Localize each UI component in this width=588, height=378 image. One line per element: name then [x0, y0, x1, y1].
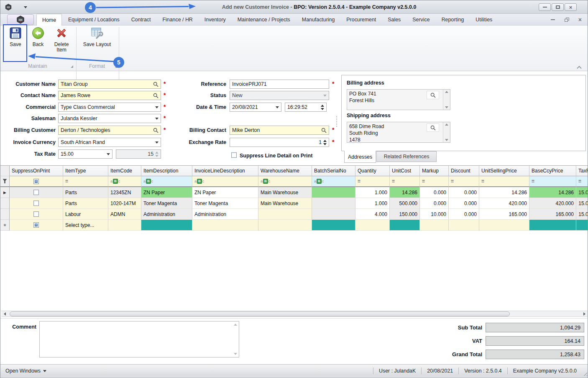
chevron-down-icon[interactable]: [107, 153, 110, 155]
resize-grip[interactable]: [582, 371, 587, 376]
grid-cell-batchserialno[interactable]: [312, 198, 355, 209]
commercial-dropdown[interactable]: Type Class Commercial: [58, 103, 161, 112]
spinner-icon[interactable]: [323, 140, 327, 145]
scrollbar-thumb[interactable]: [10, 311, 510, 316]
chevron-down-icon[interactable]: [155, 118, 159, 120]
tab-contract[interactable]: Contract: [126, 14, 156, 26]
billing-address-box[interactable]: PO Box 741 Forest Hills: [347, 89, 450, 110]
filter-cell-itemcode[interactable]: aBc: [108, 176, 141, 187]
grid-cell-quantity[interactable]: 4.000: [355, 209, 390, 220]
column-header-markup[interactable]: Markup: [420, 166, 449, 176]
open-windows-button[interactable]: Open Windows: [5, 365, 46, 377]
billing-address-search-button[interactable]: [427, 91, 439, 99]
tab-utilities[interactable]: Utilities: [470, 14, 498, 26]
splitter-handle[interactable]: [336, 116, 337, 127]
tab-inventory[interactable]: Inventory: [199, 14, 231, 26]
search-icon[interactable]: [321, 128, 327, 133]
application-menu-button[interactable]: [7, 14, 34, 25]
billing-address-scrollbar[interactable]: [443, 90, 450, 110]
grid-cell-unitcost[interactable]: 500.000: [390, 198, 420, 209]
invoice-currency-dropdown[interactable]: South African Rand: [58, 138, 161, 147]
filter-cell-itemdescription[interactable]: aBc: [141, 176, 192, 187]
grid-cell-batchserialno[interactable]: [312, 209, 355, 220]
grid-cell-itemdescription[interactable]: ZN Paper: [141, 187, 192, 198]
grid-cell-warehousename[interactable]: Main Warehouse: [258, 187, 312, 198]
grid-cell-suppressonprint[interactable]: [10, 209, 63, 220]
spinner-icon[interactable]: [321, 105, 324, 110]
search-icon[interactable]: [153, 93, 159, 98]
grid-cell-itemcode[interactable]: 1020-147M: [108, 198, 141, 209]
comment-textarea[interactable]: [39, 321, 239, 357]
tab-service[interactable]: Service: [407, 14, 435, 26]
grid-cell-suppressonprint[interactable]: [10, 198, 63, 209]
grid-cell-discount[interactable]: 0.000: [449, 209, 479, 220]
grid-cell-discount[interactable]: 0.000: [449, 187, 479, 198]
column-header-itemdescription[interactable]: ItemDescription: [141, 166, 192, 176]
grid-cell-itemtype[interactable]: Labour: [63, 209, 108, 220]
grid-cell-unitsellingprice[interactable]: [479, 220, 529, 231]
scroll-left-button[interactable]: [2, 311, 8, 316]
grid-cell-batchserialno[interactable]: [312, 187, 355, 198]
column-header-discount[interactable]: Discount: [449, 166, 479, 176]
tab-addresses[interactable]: Addresses: [344, 151, 376, 163]
column-header-suppressonprint[interactable]: SuppressOnPrint: [10, 166, 63, 176]
filter-cell-taxrate[interactable]: =: [576, 176, 588, 187]
billing-contact-field[interactable]: Mike Derton: [230, 126, 329, 135]
grid-cell-unitcost[interactable]: 14.286: [390, 187, 420, 198]
grid-cell-invoicelinedescription[interactable]: Toner Magenta: [192, 198, 258, 209]
grid-cell-markup[interactable]: 10.000: [420, 209, 449, 220]
column-header-baseccyprice[interactable]: BaseCcyPrice: [529, 166, 576, 176]
column-header-invoicelinedescription[interactable]: InvoiceLineDescription: [192, 166, 258, 176]
save-layout-button[interactable]: Save Layout: [80, 26, 114, 62]
grid-cell-discount[interactable]: 0.000: [449, 198, 479, 209]
scroll-up-icon[interactable]: [445, 91, 448, 93]
scroll-down-icon[interactable]: [445, 106, 448, 108]
grid-cell-taxrate[interactable]: [576, 220, 588, 231]
maximize-button[interactable]: [552, 3, 564, 11]
column-header-unitsellingprice[interactable]: UnitSellingPrice: [479, 166, 529, 176]
grid-cell-markup[interactable]: 0.000: [420, 198, 449, 209]
filter-cell-itemtype[interactable]: =: [63, 176, 108, 187]
grid-cell-unitcost[interactable]: 150.000: [390, 209, 420, 220]
grid-cell-invoicelinedescription[interactable]: Administration: [192, 209, 258, 220]
back-button[interactable]: Back: [28, 26, 48, 62]
scroll-down-icon[interactable]: [234, 353, 237, 355]
grid-cell-unitsellingprice[interactable]: 420.000: [479, 198, 529, 209]
column-header-itemcode[interactable]: ItemCode: [108, 166, 141, 176]
mdi-restore-button[interactable]: [565, 14, 569, 26]
grid-cell-suppressonprint[interactable]: [10, 187, 63, 198]
column-header-taxrate[interactable]: TaxRate: [576, 166, 588, 176]
reference-field[interactable]: InvoicePRJ071: [230, 80, 329, 89]
suppress-on-print-checkbox[interactable]: [33, 201, 39, 206]
maintain-dialog-launcher-icon[interactable]: [71, 65, 73, 68]
suppress-on-print-checkbox[interactable]: [33, 190, 39, 195]
tab-manufacturing[interactable]: Manufacturing: [297, 14, 340, 26]
grid-cell-baseccyprice[interactable]: [529, 220, 576, 231]
grid-cell-markup[interactable]: 0.000: [420, 187, 449, 198]
suppress-on-print-checkbox[interactable]: [33, 211, 39, 217]
tab-related-references[interactable]: Related References: [376, 151, 437, 162]
grid-cell-unitsellingprice[interactable]: 165.000: [479, 209, 529, 220]
scroll-up-icon[interactable]: [234, 324, 237, 326]
grid-cell-baseccyprice[interactable]: 420.000: [529, 198, 576, 209]
grid-cell-unitcost[interactable]: [390, 220, 420, 231]
filter-cell-suppressonprint[interactable]: [10, 176, 63, 187]
shipping-address-box[interactable]: 658 Dime Road South Riding 1478: [347, 122, 450, 143]
mdi-close-button[interactable]: ×: [578, 14, 582, 26]
filter-cell-invoicelinedescription[interactable]: aBc: [192, 176, 258, 187]
filter-cell-unitcost[interactable]: =: [390, 176, 420, 187]
grid-cell-itemdescription[interactable]: Administration: [141, 209, 192, 220]
grid-cell-taxrate[interactable]: 15.000: [576, 209, 588, 220]
shipping-address-scrollbar[interactable]: [443, 122, 450, 142]
column-header-quantity[interactable]: Quantity: [355, 166, 390, 176]
grid-cell-taxrate[interactable]: 15.000: [576, 198, 588, 209]
tab-finance-hr[interactable]: Finance / HR: [157, 14, 198, 26]
grid-cell-warehousename[interactable]: Main Warehouse: [258, 198, 312, 209]
chevron-down-icon[interactable]: [276, 106, 279, 108]
contact-name-field[interactable]: James Rowe: [58, 91, 161, 100]
grid-cell-itemdescription[interactable]: Toner Magenta: [141, 198, 192, 209]
grid-cell-quantity[interactable]: 1.000: [355, 198, 390, 209]
tab-procurement[interactable]: Procurement: [341, 14, 381, 26]
filter-cell-markup[interactable]: =: [420, 176, 449, 187]
tax-rate-dropdown[interactable]: 15.00: [58, 149, 112, 159]
